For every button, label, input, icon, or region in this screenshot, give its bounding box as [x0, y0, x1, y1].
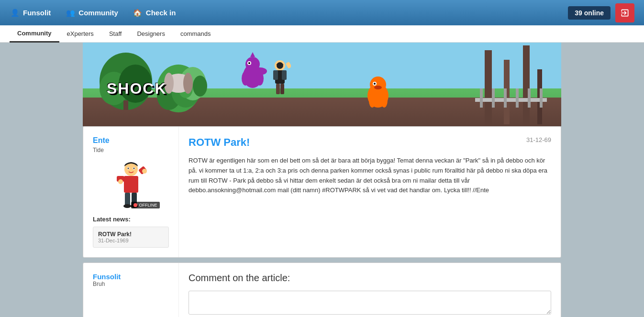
svg-point-49 — [127, 168, 129, 169]
offline-badge: OFFLINE — [131, 202, 159, 208]
community-label: Community — [78, 9, 118, 17]
article-header: ROTW Park! 31-12-69 — [189, 136, 551, 149]
svg-point-19 — [370, 77, 386, 93]
banner-title: SHOCK — [97, 80, 177, 107]
svg-rect-37 — [475, 98, 547, 102]
svg-rect-39 — [492, 88, 495, 108]
comment-section: Funsolit Bruh Comment on the article: — [83, 262, 561, 317]
svg-rect-27 — [273, 70, 278, 80]
community-icon: 👥 — [65, 8, 76, 18]
comment-author-name: Funsolit — [93, 273, 169, 281]
latest-news-title: Latest news: — [93, 216, 169, 223]
checkin-link[interactable]: 🏠 Check in — [133, 8, 176, 18]
character-center — [269, 60, 291, 98]
dinosaur-purple — [236, 50, 269, 93]
exit-button[interactable] — [615, 3, 634, 22]
comment-author-panel: Funsolit Bruh — [83, 263, 179, 317]
article-body: ROTW är egentligen här som en del bett o… — [189, 156, 551, 196]
top-nav-right: 39 online — [568, 3, 634, 22]
svg-point-15 — [242, 71, 249, 86]
comment-content-area: Comment on the article: — [179, 263, 561, 317]
svg-rect-52 — [124, 176, 138, 193]
nav-experters[interactable]: eXperters — [59, 25, 101, 43]
svg-rect-57 — [125, 193, 130, 206]
svg-point-56 — [142, 169, 147, 174]
svg-point-23 — [369, 93, 376, 108]
svg-rect-33 — [485, 50, 492, 124]
article-date: 31-12-69 — [526, 136, 551, 143]
author-avatar-wrapper: OFFLINE — [112, 161, 150, 208]
top-nav-left: 👤 Funsolit 👥 Community 🏠 Check in — [10, 8, 176, 18]
svg-rect-28 — [282, 70, 287, 80]
svg-point-51 — [133, 168, 134, 169]
svg-point-59 — [123, 204, 131, 208]
news-item-title: ROTW Park! — [98, 231, 164, 238]
svg-point-9 — [193, 76, 207, 97]
svg-rect-29 — [286, 62, 291, 68]
nav-commands[interactable]: commands — [173, 25, 219, 43]
banner: SHOCK — [83, 43, 561, 126]
checkin-icon: 🏠 — [133, 8, 143, 18]
comment-author-role: Bruh — [93, 281, 169, 287]
offline-dot-icon — [133, 203, 137, 207]
article-section: Ente Tide — [83, 126, 561, 258]
article-content: ROTW Park! 31-12-69 ROTW är egentligen h… — [179, 127, 561, 257]
nav-designers[interactable]: Designers — [129, 25, 173, 43]
nav-community[interactable]: Community — [10, 25, 59, 43]
svg-rect-30 — [276, 84, 280, 94]
svg-rect-31 — [280, 84, 284, 94]
nav-staff[interactable]: Staff — [101, 25, 130, 43]
content-wrapper: SHOCK Ente Tide — [83, 43, 561, 317]
tree-right — [475, 43, 547, 124]
exit-icon — [620, 8, 630, 18]
svg-rect-35 — [523, 45, 530, 124]
svg-rect-38 — [480, 88, 483, 108]
top-navigation: 👤 Funsolit 👥 Community 🏠 Check in 39 onl… — [0, 0, 644, 25]
svg-point-22 — [374, 86, 382, 89]
author-name[interactable]: Ente — [93, 136, 169, 145]
checkin-label: Check in — [146, 9, 176, 17]
offline-text: OFFLINE — [139, 203, 157, 208]
author-role: Tide — [93, 147, 169, 153]
svg-point-13 — [248, 62, 250, 64]
article-title: ROTW Park! — [189, 136, 250, 149]
svg-rect-43 — [540, 88, 543, 108]
brand-icon: 👤 — [10, 8, 20, 18]
avatar — [112, 161, 150, 208]
svg-point-55 — [118, 179, 123, 184]
comment-heading: Comment on the article: — [189, 273, 551, 284]
svg-rect-42 — [528, 88, 531, 108]
svg-point-24 — [381, 93, 388, 108]
author-panel: Ente Tide — [83, 127, 179, 257]
svg-point-17 — [253, 67, 267, 75]
community-link[interactable]: 👥 Community — [65, 8, 118, 18]
svg-point-46 — [183, 73, 193, 94]
news-item[interactable]: ROTW Park! 31-Dec-1969 — [93, 227, 169, 248]
comment-input[interactable] — [189, 291, 551, 315]
svg-rect-41 — [516, 88, 519, 108]
brand-link[interactable]: 👤 Funsolit — [10, 8, 51, 18]
brand-label: Funsolit — [23, 9, 51, 17]
svg-rect-40 — [504, 88, 507, 108]
creature-orange — [363, 74, 394, 110]
svg-marker-14 — [250, 52, 255, 57]
secondary-navigation: Community eXperters Staff Designers comm… — [0, 25, 644, 43]
online-count: 39 online — [568, 6, 611, 20]
svg-point-21 — [374, 83, 376, 85]
news-item-date: 31-Dec-1969 — [98, 238, 164, 243]
